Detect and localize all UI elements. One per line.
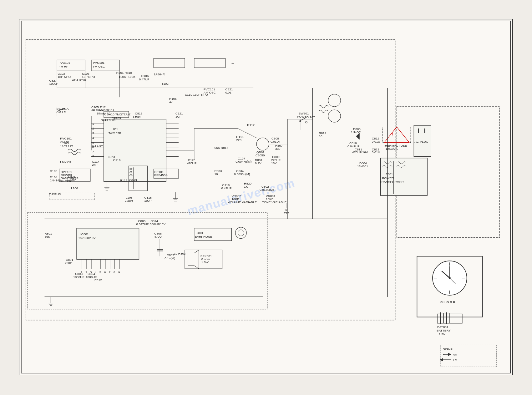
svg-text:2: 2: [92, 127, 94, 130]
svg-text:1N4148: 1N4148: [50, 179, 61, 182]
svg-point-262: [449, 277, 451, 279]
svg-text:0.47UF: 0.47UF: [221, 186, 232, 190]
svg-marker-167: [356, 133, 359, 139]
svg-text:L106: L106: [71, 186, 78, 190]
svg-text:1A864R: 1A864R: [154, 73, 165, 76]
svg-text:R112: R112: [247, 123, 255, 127]
svg-text:J801: J801: [197, 231, 204, 235]
svg-text:57mm: 57mm: [97, 112, 106, 115]
svg-text:R812: R812: [94, 278, 102, 282]
svg-text:FM OSC: FM OSC: [93, 65, 105, 68]
svg-text:10: 10: [215, 172, 218, 176]
svg-text:1000UF/16V: 1000UF/16V: [148, 222, 165, 226]
svg-text:AC-PLUG: AC-PLUG: [414, 140, 428, 143]
svg-text:AM FM: AM FM: [56, 110, 66, 114]
svg-text:1.5W: 1.5W: [201, 261, 209, 264]
svg-text:1: 1: [92, 122, 94, 125]
svg-rect-10: [154, 58, 185, 68]
svg-text:0.01U: 0.01U: [372, 150, 380, 154]
svg-text:0.01U: 0.01U: [372, 140, 380, 143]
svg-text:4T 4.3mm: 4T 4.3mm: [72, 78, 86, 82]
svg-text:VOLUME VARIABLE: VOLUME VARIABLE: [228, 200, 257, 204]
svg-text:56K R817: 56K R817: [215, 146, 229, 149]
svg-marker-232: [188, 250, 199, 269]
svg-text:56K: 56K: [44, 235, 50, 238]
svg-text:10: 10: [319, 134, 322, 138]
svg-text:4: 4: [95, 271, 97, 274]
svg-text:FM ANT: FM ANT: [60, 160, 72, 163]
svg-text:R101  R818: R101 R818: [116, 71, 132, 74]
svg-text:CDA10.7MG77A-Z: CDA10.7MG77A-Z: [104, 113, 131, 116]
svg-rect-2: [28, 213, 267, 309]
svg-text:R113 330: R113 330: [120, 179, 134, 182]
schematic-container: manualsriver.com PVC101 FM RF PVC101 FM …: [19, 19, 513, 375]
svg-rect-11: [194, 58, 225, 68]
svg-text:7: 7: [109, 271, 111, 274]
svg-text:0.47UF: 0.47UF: [139, 78, 149, 81]
svg-text:2.2uH: 2.2uH: [125, 199, 133, 202]
svg-text:10 R803: 10 R803: [174, 252, 186, 255]
svg-text:100P: 100P: [144, 199, 152, 202]
svg-text:1N4001: 1N4001: [351, 130, 362, 134]
svg-text:100K: 100K: [128, 75, 136, 78]
svg-text:4: 4: [92, 136, 94, 139]
svg-text:!: !: [392, 132, 394, 137]
svg-text:220P: 220P: [65, 261, 72, 265]
svg-text:0.018u(M): 0.018u(M): [260, 188, 274, 191]
svg-text:330pF: 330pF: [133, 115, 141, 118]
svg-text:⇐: ⇐: [231, 62, 234, 65]
svg-point-117: [256, 138, 269, 150]
svg-text:470UF/16V: 470UF/16V: [352, 150, 368, 154]
svg-text:0.0033u(M): 0.0033u(M): [234, 172, 250, 176]
svg-text:8: 8: [114, 271, 115, 274]
svg-text:0.047UF: 0.047UF: [136, 222, 148, 226]
svg-text:FM: FM: [453, 358, 457, 362]
svg-text:R114 4.7K: R114 4.7K: [101, 118, 115, 121]
svg-point-229: [235, 227, 246, 239]
svg-text:47: 47: [169, 100, 173, 104]
svg-text:AM RF: AM RF: [60, 140, 70, 143]
svg-text:TA2132P: TA2132P: [109, 131, 121, 135]
svg-text:1000UF: 1000UF: [86, 275, 97, 279]
svg-text:0.01UF: 0.01UF: [271, 140, 281, 143]
svg-text:D103: D103: [50, 169, 57, 173]
svg-text:1N4001: 1N4001: [357, 165, 368, 168]
svg-text:24P: 24P: [92, 163, 98, 166]
svg-text:777: 777: [284, 211, 289, 215]
svg-text:7: 7: [92, 150, 94, 153]
svg-text:9: 9: [118, 271, 120, 274]
svg-text:470UF: 470UF: [154, 235, 164, 238]
svg-text:100K: 100K: [119, 75, 126, 78]
svg-text:1.5V: 1.5V: [439, 332, 445, 336]
svg-text:16V: 16V: [271, 161, 277, 165]
svg-text:0.0047u(M): 0.0047u(M): [236, 160, 251, 163]
svg-text:18P NPO: 18P NPO: [58, 75, 71, 78]
svg-text:SIGNAL:: SIGNAL:: [443, 347, 455, 351]
svg-text:6: 6: [104, 271, 106, 274]
svg-text:BATTERY: BATTERY: [437, 329, 451, 332]
svg-text:110T:12T: 110T:12T: [60, 144, 73, 148]
svg-text:POWER: POWER: [382, 176, 394, 180]
svg-text:C8050: C8050: [256, 154, 265, 157]
svg-text:0.1u(M): 0.1u(M): [165, 256, 175, 260]
svg-text:PVC101: PVC101: [58, 61, 70, 64]
svg-text:C106: C106: [141, 74, 149, 78]
svg-text:6.2V: 6.2V: [255, 161, 261, 165]
svg-text:BAT801: BAT801: [437, 325, 448, 329]
svg-text:330: 330: [275, 147, 281, 150]
svg-text:AM ANT: AM ANT: [91, 144, 103, 148]
svg-text:T801: T801: [386, 172, 393, 176]
svg-text:C116: C116: [113, 158, 121, 162]
svg-text:PFS455A: PFS455A: [154, 173, 168, 177]
svg-point-160: [306, 121, 307, 123]
svg-text:T102: T102: [161, 82, 169, 85]
svg-text:IC1: IC1: [113, 127, 118, 131]
svg-text:5: 5: [99, 271, 101, 274]
svg-text:C110  130P NPO: C110 130P NPO: [185, 93, 208, 96]
svg-text:EARPHONE: EARPHONE: [195, 235, 212, 238]
svg-text:8: 8: [92, 154, 94, 158]
svg-text:TRANSFORMER: TRANSFORMER: [380, 180, 404, 184]
schematic-svg: PVC101 FM RF PVC101 FM OSC ⇐ C102 18P NP…: [19, 19, 512, 375]
svg-text:TA7368P 9V: TA7368P 9V: [78, 236, 96, 240]
svg-text:IC801: IC801: [80, 232, 89, 236]
